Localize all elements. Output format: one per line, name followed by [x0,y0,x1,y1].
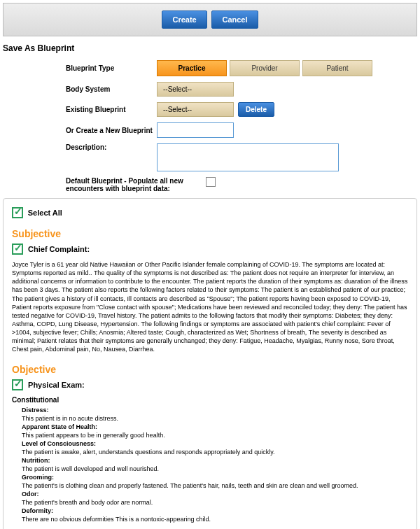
existing-blueprint-label: Existing Blueprint [10,106,157,113]
type-provider-tab[interactable]: Provider [230,60,300,76]
nutrition-text: The patient is well developed and well n… [22,465,408,472]
loc-text: The patient is awake, alert, understands… [22,449,408,456]
create-button[interactable]: Create [162,10,206,29]
loc-label: Level of Consciousness: [22,440,96,447]
existing-blueprint-select[interactable]: --Select-- [157,102,234,117]
type-patient-tab[interactable]: Patient [302,60,372,76]
distress-label: Distress: [22,407,49,414]
chief-complaint-text: Joyce Tyler is a 61 year old Native Hawa… [12,260,408,354]
subjective-heading: Subjective [12,228,408,239]
objective-heading: Objective [12,364,408,375]
new-blueprint-label: Or Create a New Blueprint [10,127,157,134]
grooming-text: The patient's is clothing clean and prop… [22,482,408,489]
deformity-text: There are no obvious deformities This is… [22,516,408,523]
deformity-label: Deformity: [22,507,53,514]
apparent-health-label: Apparent State of Health: [22,423,97,430]
body-system-label: Body System [10,85,157,93]
new-blueprint-input[interactable] [157,122,234,138]
body-system-select[interactable]: --Select-- [157,82,234,97]
chief-complaint-label: Chief Complaint: [28,245,90,253]
grooming-label: Grooming: [22,474,54,481]
cancel-button[interactable]: Cancel [211,10,258,29]
physical-exam-label: Physical Exam: [28,381,85,389]
select-all-checkbox[interactable] [12,207,23,218]
nutrition-label: Nutrition: [22,457,50,464]
description-label: Description: [10,143,157,151]
top-toolbar: Create Cancel [3,3,417,36]
odor-text: The patient's breath and body odor are n… [22,499,408,506]
blueprint-form: Blueprint Type Practice Provider Patient… [3,60,417,192]
chief-complaint-checkbox[interactable] [12,244,23,255]
default-blueprint-label: Default Blueprint - Populate all new enc… [10,177,206,192]
constitutional-heading: Constitutional [12,396,408,404]
default-blueprint-checkbox[interactable] [206,177,216,187]
distress-text: This patient is in no acute distress. [22,415,408,422]
description-textarea[interactable] [157,143,339,171]
select-all-label: Select All [28,209,62,217]
delete-button[interactable]: Delete [238,102,274,117]
physical-exam-checkbox[interactable] [12,379,23,390]
blueprint-type-label: Blueprint Type [10,64,157,72]
odor-label: Odor: [22,491,39,498]
type-practice-tab[interactable]: Practice [157,60,227,76]
content-panel: Select All Subjective Chief Complaint: J… [3,198,417,529]
apparent-health-text: This patient appears to be in generally … [22,432,408,439]
page-title: Save As Blueprint [3,43,417,53]
